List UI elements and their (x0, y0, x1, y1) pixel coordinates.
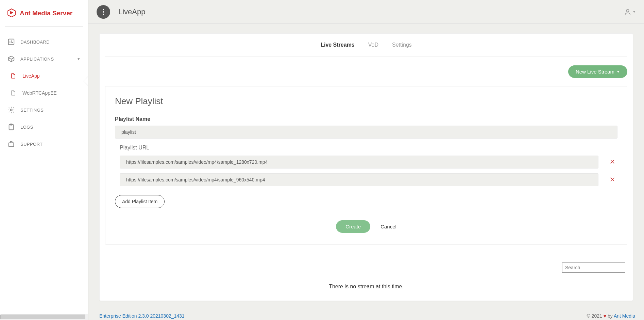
sidebar-item-label: Dashboard (20, 39, 50, 45)
more-vertical-icon (103, 9, 104, 15)
sidebar-item-liveapp[interactable]: LiveApp (0, 67, 88, 84)
nav-list: Dashboard Applications ▼ LiveApp WebRTCA… (0, 33, 88, 153)
sidebar-item-label: Logs (20, 125, 33, 130)
sidebar-item-applications[interactable]: Applications ▼ (0, 50, 88, 67)
content: Live Streams VoD Settings New Live Strea… (88, 24, 644, 320)
horizontal-scrollbar[interactable] (0, 314, 88, 320)
sidebar-item-support[interactable]: Support (0, 135, 88, 153)
copyright-text: © 2021 (587, 313, 604, 319)
tab-settings[interactable]: Settings (392, 41, 412, 49)
playlist-url-row (115, 173, 617, 186)
svg-rect-4 (9, 143, 14, 146)
divider (5, 26, 83, 27)
card: Live Streams VoD Settings New Live Strea… (99, 33, 633, 301)
file-icon (10, 89, 17, 97)
cancel-button[interactable]: Cancel (380, 224, 396, 229)
playlist-name-label: Playlist Name (115, 116, 617, 122)
scrollbar-thumb[interactable] (0, 315, 85, 319)
company-link[interactable]: Ant Media (614, 313, 635, 319)
close-icon (609, 159, 615, 165)
by-text: by (606, 313, 614, 319)
sidebar-item-settings[interactable]: Settings (0, 101, 88, 118)
sidebar-item-label: LiveApp (22, 73, 40, 79)
heart-icon: ♥ (604, 313, 606, 319)
actions-row: New Live Stream ▼ (105, 57, 627, 78)
main: LiveApp ▼ Live Streams VoD Settings New … (88, 0, 644, 320)
playlist-url-input[interactable] (120, 173, 598, 186)
sidebar-item-logs[interactable]: Logs (0, 118, 88, 135)
tab-vod[interactable]: VoD (368, 41, 378, 49)
empty-message: There is no stream at this time. (105, 273, 627, 292)
create-button[interactable]: Create (336, 220, 370, 233)
close-icon (609, 176, 615, 182)
briefcase-icon (7, 140, 15, 148)
remove-url-button[interactable] (607, 157, 617, 168)
sidebar-item-label: Support (20, 142, 43, 147)
logo-icon (7, 8, 16, 18)
tabs: Live Streams VoD Settings (105, 34, 627, 57)
user-icon (624, 8, 631, 16)
svg-point-5 (626, 9, 629, 12)
new-live-stream-button[interactable]: New Live Stream ▼ (568, 65, 627, 78)
remove-url-button[interactable] (607, 174, 617, 186)
new-playlist-panel: New Playlist Playlist Name Playlist URL (105, 86, 627, 245)
file-icon (10, 72, 17, 80)
chevron-down-icon: ▼ (632, 10, 636, 14)
more-menu-button[interactable] (97, 5, 110, 19)
sidebar-item-label: WebRTCAppEE (22, 90, 57, 96)
box-icon (7, 55, 15, 63)
add-playlist-item-button[interactable]: Add Playlist Item (115, 195, 165, 208)
playlist-name-input[interactable] (115, 126, 617, 139)
footer: Enterprise Edition 2.3.0 20210302_1431 ©… (88, 312, 644, 320)
clipboard-icon (7, 123, 15, 131)
svg-point-1 (10, 109, 12, 111)
search-input[interactable] (562, 262, 625, 273)
copyright: © 2021 ♥ by Ant Media (587, 313, 635, 319)
page-title: LiveApp (118, 7, 146, 16)
panel-actions: Create Cancel (115, 220, 617, 233)
sidebar-item-label: Applications (20, 57, 54, 62)
playlist-url-row (115, 156, 617, 169)
topbar: LiveApp ▼ (88, 0, 644, 24)
panel-title: New Playlist (115, 96, 617, 107)
gear-icon (7, 106, 15, 114)
dashboard-icon (7, 38, 15, 46)
brand-name: Ant Media Server (20, 10, 72, 17)
sidebar-item-webrtcappee[interactable]: WebRTCAppEE (0, 84, 88, 101)
chevron-down-icon: ▼ (616, 70, 620, 74)
sidebar-item-dashboard[interactable]: Dashboard (0, 33, 88, 50)
playlist-url-input[interactable] (120, 156, 598, 169)
search-row (105, 262, 627, 273)
sidebar: Ant Media Server Dashboard Applications … (0, 0, 88, 320)
playlist-url-label: Playlist URL (120, 145, 617, 151)
version-link[interactable]: Enterprise Edition 2.3.0 20210302_1431 (99, 313, 185, 319)
user-menu[interactable]: ▼ (624, 8, 636, 16)
sidebar-item-label: Settings (20, 108, 44, 113)
tab-live-streams[interactable]: Live Streams (321, 41, 355, 49)
chevron-down-icon: ▼ (77, 57, 81, 61)
button-label: New Live Stream (576, 69, 614, 75)
brand[interactable]: Ant Media Server (0, 0, 88, 26)
